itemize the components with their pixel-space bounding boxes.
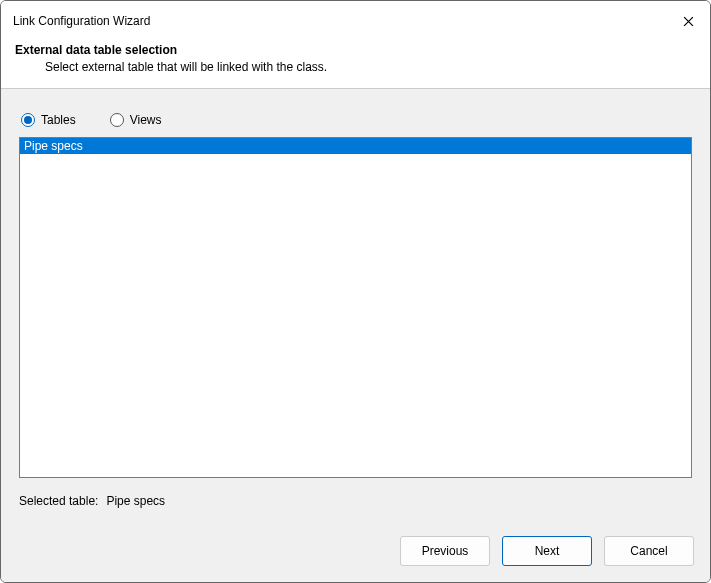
source-type-radios: Tables Views xyxy=(21,113,692,127)
selected-table-row: Selected table: Pipe specs xyxy=(19,494,692,508)
radio-indicator-icon xyxy=(110,113,124,127)
table-listbox[interactable]: Pipe specs xyxy=(19,137,692,478)
radio-indicator-icon xyxy=(21,113,35,127)
close-button[interactable] xyxy=(676,9,700,33)
list-item[interactable]: Pipe specs xyxy=(20,138,691,154)
radio-views[interactable]: Views xyxy=(110,113,162,127)
radio-tables[interactable]: Tables xyxy=(21,113,76,127)
window-title: Link Configuration Wizard xyxy=(13,14,676,28)
next-button[interactable]: Next xyxy=(502,536,592,566)
close-icon xyxy=(683,16,694,27)
previous-button[interactable]: Previous xyxy=(400,536,490,566)
selected-table-value: Pipe specs xyxy=(106,494,165,508)
radio-tables-label: Tables xyxy=(41,113,76,127)
step-subtitle: Select external table that will be linke… xyxy=(45,60,696,74)
cancel-button[interactable]: Cancel xyxy=(604,536,694,566)
radio-views-label: Views xyxy=(130,113,162,127)
wizard-footer: Previous Next Cancel xyxy=(1,524,710,582)
step-title: External data table selection xyxy=(15,43,696,57)
wizard-body: Tables Views Pipe specs Selected table: … xyxy=(1,89,710,524)
wizard-header: External data table selection Select ext… xyxy=(1,39,710,89)
titlebar: Link Configuration Wizard xyxy=(1,1,710,39)
selected-table-label: Selected table: xyxy=(19,494,98,508)
